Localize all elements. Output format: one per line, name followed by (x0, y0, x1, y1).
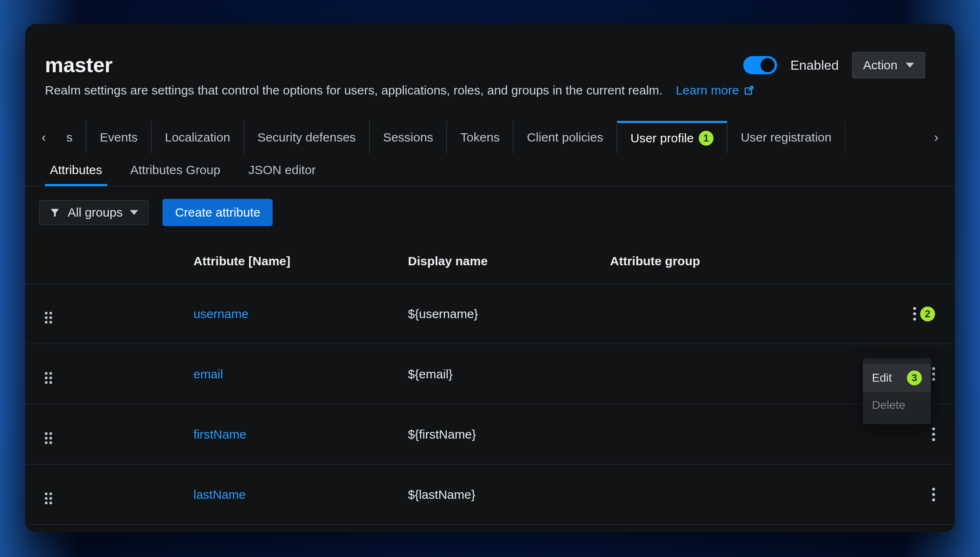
filter-label: All groups (68, 205, 122, 219)
drag-icon (45, 312, 52, 323)
learn-more-link[interactable]: Learn more (676, 83, 754, 97)
enabled-toggle[interactable] (743, 56, 777, 74)
subtab-label: JSON editor (248, 163, 316, 177)
tab-tokens[interactable]: Tokens (447, 121, 513, 153)
filter-dropdown[interactable]: All groups (39, 200, 148, 225)
subtab-attributes[interactable]: Attributes (45, 155, 107, 185)
enabled-label: Enabled (790, 58, 839, 73)
page-description: Realm settings are settings that control… (45, 83, 662, 97)
tab-events[interactable]: Events (86, 121, 151, 153)
tab-label: Tokens (460, 130, 499, 144)
chevron-down-icon (906, 63, 914, 68)
attribute-link[interactable]: email (193, 367, 408, 381)
row-actions-button[interactable] (932, 488, 935, 501)
action-label: Action (863, 58, 898, 72)
attribute-link[interactable]: firstName (193, 427, 408, 441)
kebab-icon (932, 488, 935, 501)
tab-label: Sessions (383, 130, 433, 144)
display-name-cell: ${firstName} (408, 427, 610, 441)
attribute-link[interactable]: lastName (193, 488, 408, 502)
page-title: master (45, 53, 113, 77)
display-name-cell: ${lastName} (408, 488, 610, 502)
drag-handle[interactable] (45, 425, 193, 444)
kebab-icon (932, 427, 935, 441)
drag-icon (45, 432, 52, 444)
tab-user-registration[interactable]: User registration (727, 121, 845, 153)
attributes-table: Attribute [Name] Display name Attribute … (25, 238, 955, 525)
table-row: firstName ${firstName} (25, 404, 955, 465)
annotation-badge: 2 (920, 307, 935, 321)
kebab-icon (913, 307, 916, 321)
tab-user-profile[interactable]: User profile 1 (617, 121, 727, 153)
tab-label: Client policies (527, 130, 603, 144)
create-attribute-label: Create attribute (175, 205, 260, 219)
create-attribute-button[interactable]: Create attribute (163, 199, 273, 226)
tab-client-policies[interactable]: Client policies (513, 121, 617, 153)
row-actions-button[interactable] (932, 427, 935, 441)
drag-handle[interactable] (45, 485, 193, 504)
realm-settings-panel: master Enabled Action Realm settings are… (25, 24, 955, 532)
drag-handle[interactable] (45, 304, 193, 323)
col-header-group: Attribute group (610, 254, 890, 268)
row-actions-menu: Edit 3 Delete (863, 358, 931, 424)
col-header-attribute: Attribute [Name] (193, 254, 408, 268)
tab-label: Security defenses (257, 130, 356, 144)
tab-label: Localization (165, 130, 230, 144)
row-actions-button[interactable]: 2 (913, 307, 935, 321)
display-name-cell: ${username} (408, 307, 610, 321)
action-dropdown[interactable]: Action (852, 52, 925, 78)
table-row: lastName ${lastName} (25, 465, 955, 525)
col-header-display-name: Display name (408, 254, 610, 268)
tabs-scroll-left[interactable]: ‹ (25, 121, 62, 153)
tab-label: User profile (631, 131, 694, 145)
tab-label: Events (100, 130, 138, 144)
tabs-row: ‹ s Events Localization Security defense… (25, 120, 955, 153)
display-name-cell: ${email} (408, 367, 610, 381)
tab-truncated-label: s (66, 130, 73, 144)
filter-icon (49, 207, 60, 218)
subtab-json-editor[interactable]: JSON editor (243, 155, 320, 185)
chevron-left-icon: ‹ (42, 130, 46, 145)
row-actions-button[interactable] (932, 367, 935, 381)
annotation-badge: 3 (907, 371, 922, 385)
tab-security-defenses[interactable]: Security defenses (244, 121, 369, 153)
chevron-right-icon: › (934, 130, 939, 145)
attribute-link[interactable]: username (193, 307, 408, 321)
menu-item-label: Delete (872, 399, 905, 412)
toggle-knob (761, 58, 775, 72)
chevron-down-icon (130, 210, 138, 215)
kebab-icon (932, 367, 935, 381)
drag-icon (45, 493, 52, 504)
tab-sessions[interactable]: Sessions (370, 121, 447, 153)
subtab-label: Attributes (50, 163, 102, 177)
subtab-attributes-group[interactable]: Attributes Group (125, 155, 225, 185)
tab-label: User registration (741, 130, 832, 144)
tabs-inner: s Events Localization Security defenses … (62, 121, 918, 153)
drag-handle[interactable] (45, 364, 193, 384)
drag-icon (45, 372, 52, 384)
table-header: Attribute [Name] Display name Attribute … (25, 238, 955, 284)
tab-truncated[interactable]: s (62, 121, 86, 153)
toolbar: All groups Create attribute (25, 186, 955, 238)
menu-item-edit[interactable]: Edit 3 (863, 364, 931, 392)
menu-item-label: Edit (872, 371, 892, 385)
external-link-icon (743, 85, 755, 96)
subtabs: Attributes Attributes Group JSON editor (25, 153, 955, 186)
tab-localization[interactable]: Localization (151, 121, 244, 153)
tabs-scroll-right[interactable]: › (918, 121, 955, 153)
table-row: username ${username} 2 (25, 284, 955, 344)
table-row: email ${email} (25, 344, 955, 404)
learn-more-label: Learn more (676, 83, 739, 97)
menu-item-delete[interactable]: Delete (863, 392, 931, 418)
annotation-badge: 1 (699, 131, 714, 146)
subtab-label: Attributes Group (130, 163, 220, 177)
